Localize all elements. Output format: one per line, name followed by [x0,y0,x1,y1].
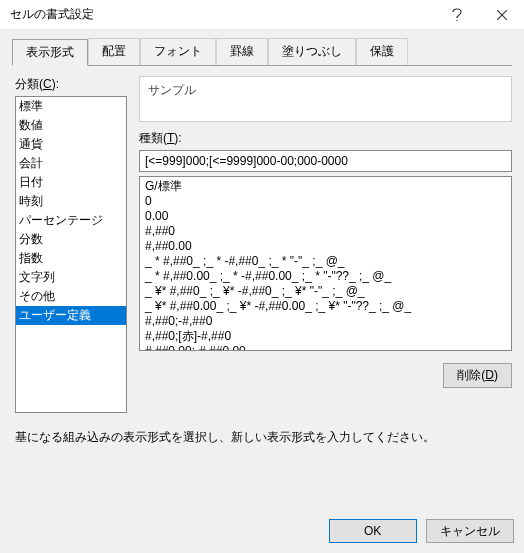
list-item[interactable]: _ ¥* #,##0.00_ ;_ ¥* -#,##0.00_ ;_ ¥* "-… [140,299,511,314]
tab-strip: 表示形式 配置 フォント 罫線 塗りつぶし 保護 [0,30,524,65]
content-area: 分類(C): 標準 数値 通貨 会計 日付 時刻 パーセンテージ 分数 指数 文… [0,66,524,413]
category-column: 分類(C): 標準 数値 通貨 会計 日付 時刻 パーセンテージ 分数 指数 文… [15,76,127,413]
list-item[interactable]: G/標準 [140,179,511,194]
details-column: サンプル 種類(T): G/標準 0 0.00 #,##0 #,##0.00 _… [139,76,512,413]
list-item[interactable]: 時刻 [16,192,126,211]
sample-box: サンプル [139,76,512,122]
list-item[interactable]: 指数 [16,249,126,268]
ok-button[interactable]: OK [329,519,417,543]
tab-font[interactable]: フォント [140,38,216,65]
close-button[interactable] [479,0,524,30]
list-item[interactable]: #,##0.00;-#,##0.00 [140,344,511,351]
list-item[interactable]: ユーザー定義 [16,306,126,325]
list-item[interactable]: 日付 [16,173,126,192]
help-icon [452,8,462,22]
type-label: 種類(T): [139,130,512,147]
list-item[interactable]: 分数 [16,230,126,249]
category-listbox[interactable]: 標準 数値 通貨 会計 日付 時刻 パーセンテージ 分数 指数 文字列 その他 … [15,96,127,413]
tab-alignment[interactable]: 配置 [88,38,140,65]
help-button[interactable] [434,0,479,30]
list-item[interactable]: 標準 [16,97,126,116]
list-item[interactable]: _ * #,##0_ ;_ * -#,##0_ ;_ * "-"_ ;_ @_ [140,254,511,269]
spacer [0,446,524,507]
type-input[interactable] [139,150,512,172]
list-item[interactable]: 通貨 [16,135,126,154]
list-item[interactable]: 0.00 [140,209,511,224]
list-item[interactable]: 0 [140,194,511,209]
window-title: セルの書式設定 [10,6,434,23]
hint-text: 基になる組み込みの表示形式を選択し、新しい表示形式を入力してください。 [0,413,524,446]
tab-fill[interactable]: 塗りつぶし [268,38,356,65]
delete-row: 削除(D) [139,363,512,388]
list-item[interactable]: 数値 [16,116,126,135]
list-item[interactable]: _ ¥* #,##0_ ;_ ¥* -#,##0_ ;_ ¥* "-"_ ;_ … [140,284,511,299]
list-item[interactable]: _ * #,##0.00_ ;_ * -#,##0.00_ ;_ * "-"??… [140,269,511,284]
tab-protection[interactable]: 保護 [356,38,408,65]
category-label: 分類(C): [15,76,127,93]
list-item[interactable]: #,##0 [140,224,511,239]
footer: OK キャンセル [0,507,524,554]
cancel-button[interactable]: キャンセル [426,519,514,543]
list-item[interactable]: #,##0.00 [140,239,511,254]
list-item[interactable]: パーセンテージ [16,211,126,230]
close-icon [497,10,507,20]
titlebar: セルの書式設定 [0,0,524,30]
delete-button[interactable]: 削除(D) [443,363,512,388]
list-item[interactable]: 会計 [16,154,126,173]
dialog: セルの書式設定 表示形式 配置 フォント 罫線 塗りつぶし 保護 分類(C): … [0,0,524,553]
sample-label: サンプル [148,82,503,99]
list-item[interactable]: #,##0;[赤]-#,##0 [140,329,511,344]
list-item[interactable]: 文字列 [16,268,126,287]
list-item[interactable]: その他 [16,287,126,306]
tab-border[interactable]: 罫線 [216,38,268,65]
tab-number-format[interactable]: 表示形式 [12,39,88,66]
format-listbox[interactable]: G/標準 0 0.00 #,##0 #,##0.00 _ * #,##0_ ;_… [139,176,512,351]
list-item[interactable]: #,##0;-#,##0 [140,314,511,329]
